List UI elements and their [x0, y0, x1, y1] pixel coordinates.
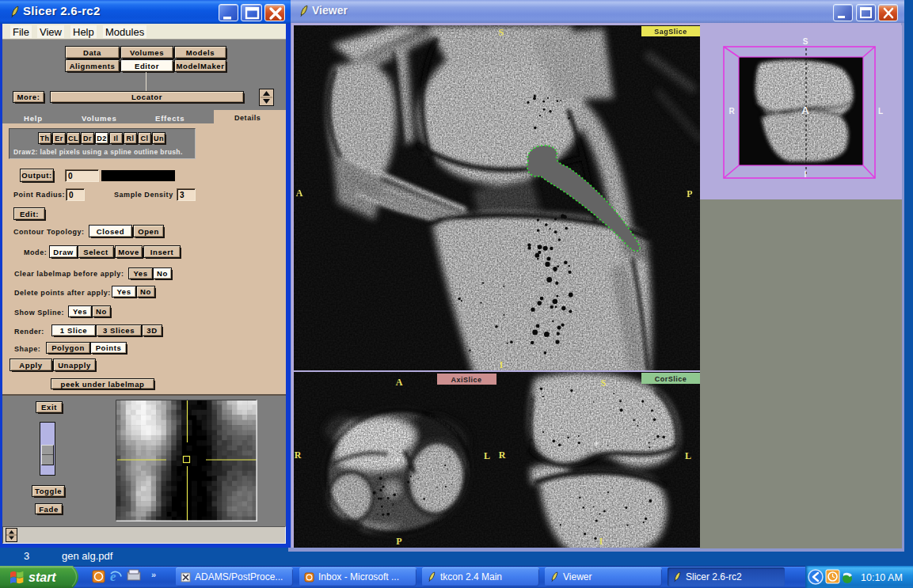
svg-text:L: L: [878, 107, 883, 116]
svg-text:S: S: [803, 37, 808, 46]
svg-text:R: R: [499, 450, 506, 461]
svg-text:S: S: [499, 27, 504, 38]
svg-text:»: »: [151, 570, 156, 579]
svg-text:I: I: [599, 536, 603, 547]
svg-text:I: I: [805, 170, 807, 179]
svg-text:S: S: [601, 377, 607, 389]
svg-text:A: A: [296, 188, 303, 199]
svg-text:CorSlice: CorSlice: [655, 375, 687, 383]
svg-text:R: R: [295, 450, 302, 461]
svg-text:AxiSlice: AxiSlice: [451, 376, 481, 384]
svg-text:P: P: [396, 536, 401, 547]
svg-text:I: I: [500, 359, 504, 370]
svg-text:start: start: [29, 571, 56, 584]
svg-text:A: A: [801, 104, 809, 116]
svg-text:L: L: [685, 450, 691, 461]
svg-text:R: R: [728, 107, 735, 116]
svg-text:A: A: [396, 377, 403, 388]
svg-text:10:10 AM: 10:10 AM: [861, 572, 903, 583]
svg-text:SagSlice: SagSlice: [654, 28, 687, 36]
svg-text:L: L: [484, 450, 490, 461]
svg-text:P: P: [687, 188, 692, 199]
